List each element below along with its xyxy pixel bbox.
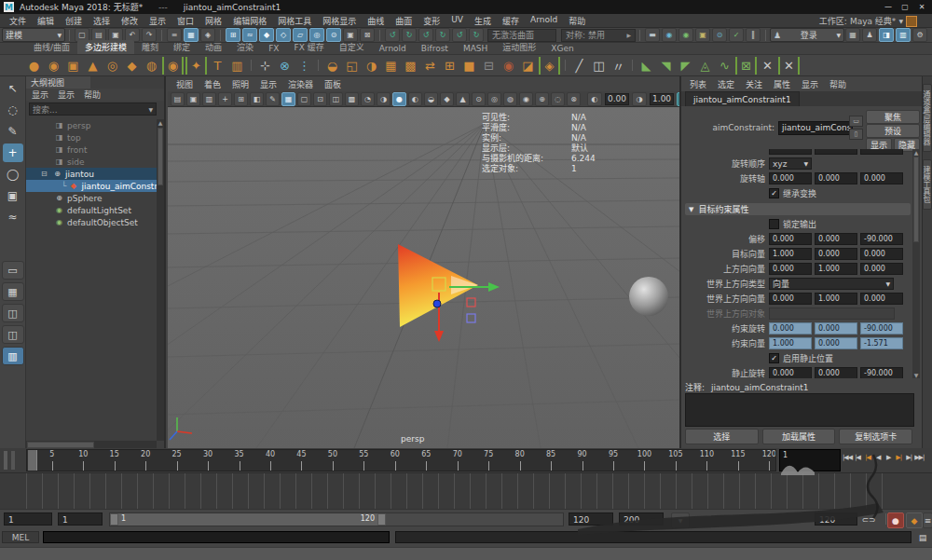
- ae-field[interactable]: 0.000: [860, 293, 903, 305]
- lasso-select-tool[interactable]: ◌: [3, 101, 23, 119]
- go-to-start-button[interactable]: |◀◀: [843, 451, 852, 463]
- skeleton-icon[interactable]: ⋮: [295, 57, 313, 75]
- login-selector[interactable]: ♟ 登录 ▼: [770, 28, 844, 42]
- plane-icon[interactable]: ◆: [123, 57, 141, 75]
- ae-field[interactable]: -90.000: [860, 322, 903, 335]
- shelf-tab-曲线/曲面[interactable]: 曲线/曲面: [26, 40, 77, 54]
- outliner-item-jiantou_aimConstraint1[interactable]: └◆jiantou_aimConstraint1: [26, 180, 157, 192]
- ae-field[interactable]: 1.000: [769, 248, 812, 260]
- history-icon[interactable]: ↻: [469, 28, 484, 42]
- layout-outliner-persp[interactable]: ▥: [2, 347, 24, 365]
- ae-field[interactable]: -90.000: [860, 233, 903, 245]
- viewport-menu-渲染器[interactable]: 渲染器: [283, 78, 318, 90]
- select-tool[interactable]: ↖: [3, 79, 23, 98]
- ae-node-tab[interactable]: jiantou_aimConstraint1: [685, 91, 800, 106]
- expander-icon[interactable]: ⊟: [41, 170, 50, 178]
- xray-icon[interactable]: ◌: [551, 92, 565, 106]
- camera-attrs-icon[interactable]: ▥: [202, 92, 216, 106]
- playback-range-bar[interactable]: 1 120: [110, 513, 386, 526]
- shelf-tab-XGen[interactable]: XGen: [543, 43, 581, 54]
- animation-end-field[interactable]: 200: [619, 512, 664, 526]
- ae-scroll-up-arrow[interactable]: ▲: [912, 149, 920, 156]
- outliner-item-jiantou[interactable]: ⊟⊕jiantou: [26, 168, 157, 180]
- step-back-key-button[interactable]: |◀: [863, 451, 872, 463]
- launch-render-icon[interactable]: ✓: [729, 28, 744, 42]
- joint-icon[interactable]: ⊹: [256, 57, 274, 75]
- viewport-menu-着色[interactable]: 着色: [199, 78, 226, 90]
- animation-start-field[interactable]: 1: [4, 512, 52, 526]
- wireframe-icon[interactable]: ●: [392, 92, 406, 106]
- smooth-icon[interactable]: ▦: [382, 57, 400, 75]
- outliner-search-input[interactable]: 搜索... ▼: [29, 102, 157, 116]
- ae-section-目标约束属性[interactable]: ▼目标约束属性: [685, 203, 911, 215]
- humanik-icon[interactable]: ♟: [862, 28, 877, 42]
- ae-menu-选定[interactable]: 选定: [713, 78, 739, 90]
- field-chart-icon[interactable]: ▩: [345, 92, 359, 106]
- workspace-dropdown-arrow[interactable]: ▼: [898, 18, 903, 24]
- ae-field[interactable]: 0.000: [860, 248, 903, 260]
- outliner-item-persp[interactable]: ◨persp: [26, 119, 157, 131]
- depth-of-field-icon[interactable]: ◉: [519, 92, 533, 106]
- character-set-menu[interactable]: ▼: [671, 512, 690, 528]
- type-text-icon[interactable]: T: [209, 57, 226, 75]
- playback-start-field[interactable]: 1: [58, 512, 103, 526]
- outliner-search-arrow[interactable]: ▼: [148, 106, 153, 113]
- step-forward-frame-button[interactable]: ▶|: [904, 451, 913, 463]
- grease-pencil-icon[interactable]: ✎: [266, 92, 280, 106]
- ae-field[interactable]: 0.000: [815, 248, 857, 260]
- menu-UV[interactable]: UV: [445, 15, 469, 27]
- layout-two-pane-stacked[interactable]: ◫: [2, 325, 24, 344]
- ae-scroll-down-arrow[interactable]: ▼: [912, 372, 920, 378]
- outliner-menu-显示[interactable]: 显示: [58, 89, 75, 101]
- ae-menu-关注[interactable]: 关注: [741, 78, 767, 90]
- step-back-frame-button[interactable]: |◀: [853, 451, 862, 463]
- curve-green-icon[interactable]: ∿: [716, 57, 733, 75]
- separate-icon[interactable]: ◱: [343, 57, 361, 75]
- last-tool[interactable]: ≈: [3, 208, 23, 226]
- ae-field[interactable]: -90.000: [860, 367, 903, 378]
- knife-icon[interactable]: ╱: [570, 57, 588, 75]
- viewport-menu-视图[interactable]: 视图: [171, 78, 198, 90]
- menu-曲面[interactable]: 曲面: [390, 15, 418, 27]
- output-connections-icon[interactable]: ↻: [402, 28, 417, 42]
- playback-end-field[interactable]: 120: [569, 512, 613, 526]
- target-weld-icon[interactable]: ⊠: [735, 57, 757, 75]
- menu-显示[interactable]: 显示: [144, 15, 171, 27]
- menu-生成[interactable]: 生成: [469, 15, 497, 27]
- gamma-icon[interactable]: ◑: [632, 92, 647, 106]
- menu-网格[interactable]: 网格: [199, 15, 227, 27]
- platonic-icon[interactable]: ✦: [185, 57, 207, 75]
- grid-toggle-icon[interactable]: ▦: [845, 28, 860, 42]
- checkbox-继承变换[interactable]: ✓: [769, 188, 779, 198]
- playback-loop-icon[interactable]: ⊂⊃: [861, 512, 876, 526]
- viewport-menu-显示[interactable]: 显示: [255, 78, 281, 90]
- ae-scrollbar[interactable]: ▲ ▼: [912, 149, 920, 378]
- time-slider-tick-area[interactable]: [0, 472, 932, 509]
- cone-icon[interactable]: ▲: [84, 57, 102, 75]
- menu-曲线[interactable]: 曲线: [362, 15, 390, 27]
- ae-field[interactable]: 1.000: [815, 293, 857, 305]
- layout-four-pane[interactable]: ▦: [2, 282, 24, 301]
- command-input[interactable]: [43, 531, 390, 543]
- outliner-menu-帮助[interactable]: 帮助: [84, 89, 101, 101]
- shelf-tab-自定义[interactable]: 自定义: [332, 40, 372, 54]
- play-forwards-button[interactable]: ▶: [884, 451, 893, 463]
- multi-cut-icon[interactable]: ◈: [539, 57, 560, 75]
- ae-field[interactable]: 0.000: [815, 233, 857, 245]
- scroll-up-arrow[interactable]: ▲: [157, 119, 164, 127]
- expression-icon[interactable]: ▯: [849, 129, 863, 140]
- bookmark-icon[interactable]: +: [218, 92, 232, 106]
- channel-box-side-tab[interactable]: 通道盒/层编辑器: [923, 84, 932, 152]
- use-all-lights-icon[interactable]: ◆: [440, 92, 454, 106]
- dropdown-世界上方向类型[interactable]: 向量▼: [769, 278, 894, 290]
- mirror-icon[interactable]: ⇄: [421, 57, 439, 75]
- exposure-field[interactable]: 0.00: [605, 93, 629, 105]
- ipr-render-icon[interactable]: ◉: [678, 28, 693, 42]
- play-backwards-button[interactable]: ◀: [873, 451, 883, 463]
- ae-field[interactable]: [815, 149, 857, 155]
- time-ruler[interactable]: 5101520253035404550556065707580859095100…: [26, 449, 776, 471]
- tool-settings-toggle-icon[interactable]: ⚙: [912, 28, 927, 42]
- render-view-icon[interactable]: ▬: [645, 28, 660, 42]
- cube-wire-icon[interactable]: ■: [460, 57, 478, 75]
- menu-创建[interactable]: 创建: [60, 15, 88, 27]
